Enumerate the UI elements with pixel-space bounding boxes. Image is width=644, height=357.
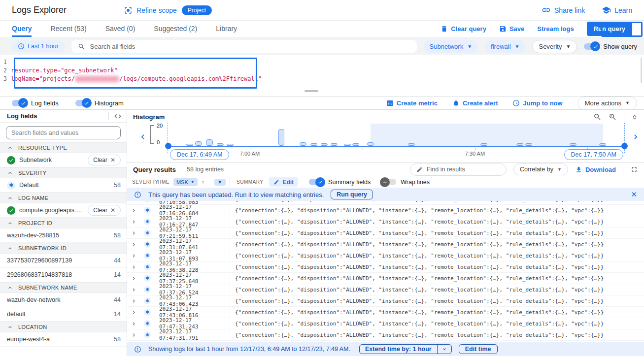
find-in-results[interactable]	[410, 163, 507, 176]
expand-chevron-icon[interactable]	[127, 219, 140, 225]
log-entry-row[interactable]: ✱ 2023-12-17 07:43:06.816 {"connection":…	[127, 307, 644, 318]
zoom-in-icon[interactable]	[609, 113, 617, 121]
histogram-selection-region[interactable]	[371, 124, 604, 146]
sort-ascending-icon[interactable]: ↑	[202, 179, 204, 186]
extend-time-dropdown[interactable]	[437, 345, 451, 354]
expand-chevron-icon[interactable]	[127, 287, 140, 293]
field-value-item[interactable]: 3377530729600897139 44	[0, 254, 127, 268]
learn-button[interactable]: Learn	[602, 5, 632, 15]
zoom-out-icon[interactable]	[593, 113, 602, 121]
edit-summary-button[interactable]: Edit	[269, 177, 298, 187]
create-metric-button[interactable]: Create metric	[386, 99, 438, 107]
expand-chevron-icon[interactable]	[127, 298, 140, 304]
clear-filter-button[interactable]: Clear✕	[88, 205, 121, 216]
log-entry-row[interactable]: ✱ 2023-12-17 07:37:25.648 {"connection":…	[127, 273, 644, 284]
histogram-toggle[interactable]	[75, 100, 90, 106]
log-entry-row[interactable]: ✱ 2023-12-17 07:43:06.423 {"connection":…	[127, 295, 644, 307]
create-alert-button[interactable]: Create alert	[452, 99, 498, 107]
tab-recent-53[interactable]: Recent (53)	[50, 21, 86, 37]
correlate-by-button[interactable]: Correlate by ▼	[513, 163, 568, 175]
filter-chip-subnetwork[interactable]: Subnetwork ▼	[424, 40, 478, 53]
log-entry-row[interactable]: ✱ 2023-12-17 07:31:07.641 {"connection":…	[127, 239, 644, 250]
field-value-item[interactable]: Subnetwork Clear✕	[0, 153, 127, 167]
log-entry-row[interactable]: ✱ 2023-12-17 07:16:27.847 {"connection":…	[127, 216, 644, 227]
tab-suggested-2[interactable]: Suggested (2)	[154, 21, 197, 37]
field-value-item[interactable]: wazuh-dev-258815 58	[0, 228, 127, 243]
expand-chevron-icon[interactable]	[127, 309, 140, 316]
tab-library[interactable]: Library	[216, 21, 237, 37]
histogram-prev-button[interactable]	[138, 132, 148, 142]
log-entry-row[interactable]: ✱ 2023-12-17 07:21:59.511 {"connection":…	[127, 227, 644, 239]
run-query-button[interactable]: Run query	[587, 22, 632, 36]
editor-resize-handle[interactable]	[305, 90, 318, 92]
histogram-timeline[interactable]	[168, 146, 625, 147]
histogram-plot[interactable]	[168, 124, 625, 146]
filter-chip-firewall[interactable]: firewall ▼	[485, 40, 525, 53]
stream-logs-button[interactable]: Stream logs	[537, 25, 574, 32]
extend-time-button[interactable]: Extend time by: 1 hour	[359, 344, 452, 354]
log-entry-row[interactable]: ✱ 2023-12-17 07:31:07.893 {"connection":…	[127, 250, 644, 261]
expand-chevron-icon[interactable]	[127, 253, 140, 259]
field-section-header[interactable]: PROJECT ID	[0, 218, 127, 228]
expand-chevron-icon[interactable]	[127, 201, 140, 202]
field-value-item[interactable]: europe-west4-a 58	[0, 332, 127, 347]
summary-fields-toggle[interactable]	[309, 179, 324, 185]
field-value-item[interactable]: compute.googleapis.com/… Clear✕	[0, 203, 127, 218]
expand-collapse-icon[interactable]	[631, 113, 638, 121]
field-value-item[interactable]: wazuh-dev-network 44	[0, 293, 127, 307]
collapse-panel-icon[interactable]	[114, 112, 122, 120]
find-in-results-input[interactable]	[427, 166, 506, 173]
field-section-header[interactable]: SUBNETWORK NAME	[0, 282, 127, 293]
field-section-header[interactable]: RESOURCE TYPE	[0, 142, 127, 153]
log-fields-toggle[interactable]	[12, 100, 27, 106]
expand-chevron-icon[interactable]	[127, 207, 140, 214]
close-icon[interactable]: ✕	[631, 190, 637, 199]
tab-query[interactable]: Query	[12, 21, 32, 37]
edit-time-button[interactable]: Edit time	[459, 344, 498, 354]
field-value-item[interactable]: ✱ Default 58	[0, 178, 127, 193]
search-all-fields[interactable]	[71, 40, 417, 53]
banner-run-query-button[interactable]: Run query	[331, 190, 373, 199]
expand-chevron-icon[interactable]	[127, 230, 140, 236]
clear-query-button[interactable]: Clear query	[441, 25, 486, 32]
log-entry-row[interactable]: ✱ 2023-12-17 07:37:26.524 {"connection":…	[127, 284, 644, 295]
download-button[interactable]: Download	[575, 166, 616, 173]
field-section-header[interactable]: LOG NAME	[0, 193, 127, 203]
histogram-bar[interactable]	[206, 139, 213, 146]
range-end-pill[interactable]: Dec 17, 7:50 AM	[564, 149, 623, 160]
field-section-header[interactable]: LOCATION	[0, 322, 127, 332]
filter-chip-severity[interactable]: Severity ▼	[532, 40, 577, 53]
expand-chevron-icon[interactable]	[127, 275, 140, 282]
log-entry-row[interactable]: ✱ 2023-12-17 07:36:38.228 {"connection":…	[127, 261, 644, 273]
expand-chevron-icon[interactable]	[127, 332, 140, 338]
field-section-header[interactable]: SUBNETWORK ID	[0, 243, 127, 254]
search-all-fields-input[interactable]	[90, 43, 410, 50]
log-entry-row[interactable]: ✱ 2023-12-17 07:16:26.684 {"connection":…	[127, 205, 644, 216]
time-options-dropdown[interactable]: ▼	[214, 179, 226, 186]
timezone-select[interactable]: MSK ▼	[173, 178, 198, 186]
save-button[interactable]: Save	[499, 25, 524, 32]
range-end-handle[interactable]	[621, 143, 628, 149]
fullscreen-icon[interactable]	[630, 165, 638, 173]
wrap-lines-toggle[interactable]: −	[381, 179, 396, 185]
log-entry-row[interactable]: ✱ 2023-12-17 07:47:31.791 {"connection":…	[127, 329, 644, 341]
editor-scrollbar[interactable]	[641, 58, 642, 83]
field-value-item[interactable]: 2926806837104837818 14	[0, 268, 127, 282]
histogram-bar[interactable]	[278, 129, 284, 146]
range-start-handle[interactable]	[165, 143, 171, 149]
tab-saved-0[interactable]: Saved (0)	[105, 21, 136, 37]
jump-to-now-button[interactable]: Jump to now	[512, 99, 562, 107]
time-range-chip[interactable]: Last 1 hour	[12, 40, 65, 52]
project-scope-badge[interactable]: Project	[182, 5, 212, 15]
fields-search-input[interactable]	[6, 126, 121, 139]
range-start-pill[interactable]: Dec 17, 6:49 AM	[170, 149, 229, 160]
show-query-toggle[interactable]	[584, 43, 599, 50]
expand-chevron-icon[interactable]	[127, 321, 140, 327]
histogram-next-button[interactable]	[631, 132, 641, 142]
expand-chevron-icon[interactable]	[127, 264, 140, 270]
clear-filter-button[interactable]: Clear✕	[88, 155, 121, 165]
query-editor[interactable]: 1 2resource.type="gce_subnetwork" 3logNa…	[0, 55, 644, 97]
expand-chevron-icon[interactable]	[127, 241, 140, 248]
log-entry-row[interactable]: ✱ 2023-12-17 07:47:31.243 {"connection":…	[127, 318, 644, 329]
more-actions-button[interactable]: More actions ▼	[577, 97, 637, 110]
